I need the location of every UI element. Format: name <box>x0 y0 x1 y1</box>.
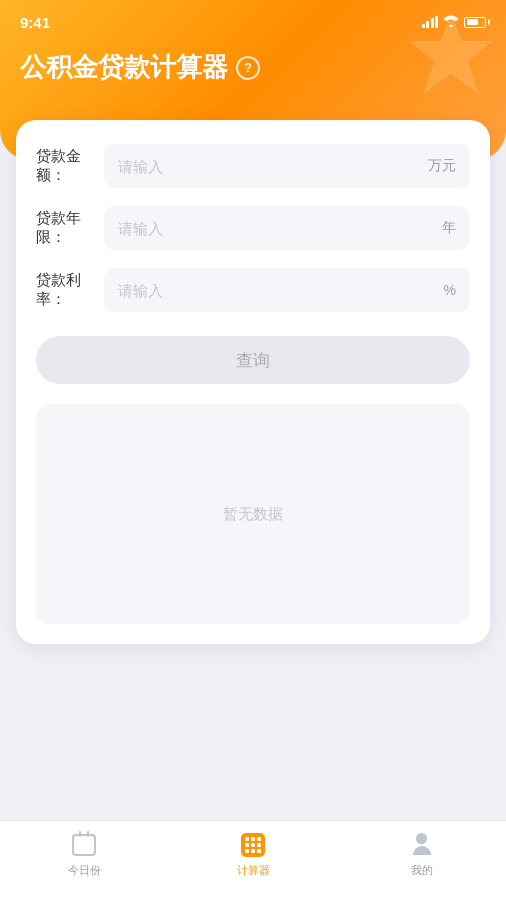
tab-profile-label: 我的 <box>411 863 433 878</box>
person-icon <box>408 831 436 859</box>
loan-term-row: 贷款年限： 年 <box>36 206 470 250</box>
loan-rate-input-wrapper: % <box>104 268 470 312</box>
loan-rate-unit: % <box>444 282 456 298</box>
battery-icon <box>464 17 486 28</box>
loan-term-unit: 年 <box>442 219 456 237</box>
loan-term-input-wrapper: 年 <box>104 206 470 250</box>
page-title: 公积金贷款计算器 <box>20 50 228 85</box>
status-time: 9:41 <box>20 14 50 31</box>
wifi-icon <box>443 15 459 30</box>
query-button[interactable]: 查询 <box>36 336 470 384</box>
main-card: 贷款金额： 万元 贷款年限： 年 贷款利率： % 查询 暂无数据 <box>16 120 490 644</box>
header-title-row: 公积金贷款计算器 ? <box>20 50 260 85</box>
tab-daily-label: 今日份 <box>68 863 101 878</box>
loan-amount-input[interactable] <box>118 158 420 175</box>
loan-amount-unit: 万元 <box>428 157 456 175</box>
help-button[interactable]: ? <box>236 56 260 80</box>
signal-icon <box>422 16 439 28</box>
tab-daily[interactable]: 今日份 <box>0 831 169 878</box>
calculator-icon <box>239 831 267 859</box>
tab-profile[interactable]: 我的 <box>337 831 506 878</box>
loan-term-input[interactable] <box>118 220 434 237</box>
status-bar: 9:41 <box>0 0 506 44</box>
tab-calculator[interactable]: 计算器 <box>169 831 338 878</box>
tab-calculator-label: 计算器 <box>237 863 270 878</box>
no-data-text: 暂无数据 <box>223 505 283 524</box>
loan-rate-row: 贷款利率： % <box>36 268 470 312</box>
loan-rate-input[interactable] <box>118 282 436 299</box>
tab-bar: 今日份 计算器 我的 <box>0 820 506 900</box>
loan-amount-label: 贷款金额： <box>36 147 104 185</box>
calendar-icon <box>70 831 98 859</box>
results-area: 暂无数据 <box>36 404 470 624</box>
loan-rate-label: 贷款利率： <box>36 271 104 309</box>
status-icons <box>422 15 487 30</box>
loan-amount-input-wrapper: 万元 <box>104 144 470 188</box>
loan-amount-row: 贷款金额： 万元 <box>36 144 470 188</box>
loan-term-label: 贷款年限： <box>36 209 104 247</box>
